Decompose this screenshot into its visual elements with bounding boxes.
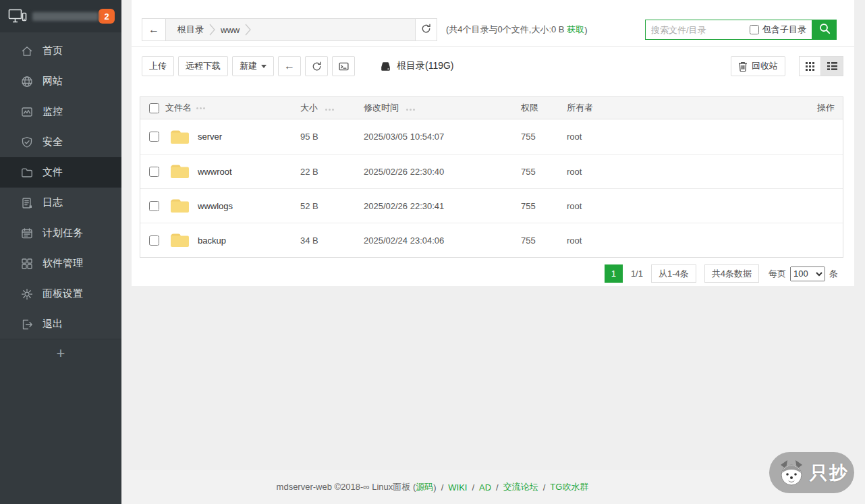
- husky-logo-icon: [777, 458, 806, 488]
- calendar-icon: [20, 227, 33, 240]
- terminal-button[interactable]: [332, 56, 355, 76]
- content-card: ← 根目录 www (共4个目录与0个文件,大: [132, 0, 854, 286]
- row-checkbox[interactable]: [149, 235, 159, 246]
- sidebar-item-logout[interactable]: 退出: [0, 309, 121, 339]
- include-subdir-checkbox[interactable]: [750, 25, 759, 34]
- file-permission: 755: [521, 235, 567, 246]
- footer-separator: /: [496, 482, 499, 493]
- column-options-icon[interactable]: [196, 107, 205, 109]
- breadcrumb-refresh-button[interactable]: [416, 18, 437, 41]
- sidebar-item-label: 监控: [43, 105, 63, 118]
- sidebar-menu: 首页 网站 监控 安全 文件: [0, 32, 121, 339]
- col-size[interactable]: 大小: [300, 103, 318, 113]
- file-table: 文件名 大小 修改时间 权限 所有者 操作: [140, 96, 843, 258]
- sidebar-item-software[interactable]: 软件管理: [0, 248, 121, 279]
- breadcrumb-www[interactable]: www: [218, 25, 242, 35]
- row-checkbox[interactable]: [149, 167, 159, 177]
- file-name[interactable]: server: [198, 132, 222, 142]
- sidebar-item-cron[interactable]: 计划任务: [0, 218, 121, 248]
- globe-icon: [20, 75, 33, 88]
- per-page-unit: 条: [829, 268, 838, 280]
- folder-icon: [169, 163, 191, 180]
- tg-group-link[interactable]: TG吹水群: [550, 481, 588, 493]
- per-page-control: 每页 100 条: [769, 267, 838, 281]
- grid-view-button[interactable]: [799, 56, 821, 76]
- shield-icon: [20, 136, 33, 148]
- include-subdir-option[interactable]: 包含子目录: [750, 24, 806, 36]
- notification-badge[interactable]: 2: [99, 9, 115, 24]
- file-name[interactable]: wwwroot: [198, 167, 232, 177]
- footer-close: ): [433, 482, 436, 493]
- select-all-checkbox[interactable]: [149, 103, 159, 113]
- log-icon: [20, 196, 33, 209]
- ad-link[interactable]: AD: [479, 482, 491, 493]
- fetch-size-link[interactable]: 获取: [567, 24, 584, 36]
- col-mtime[interactable]: 修改时间: [364, 103, 399, 113]
- col-filename[interactable]: 文件名: [165, 102, 192, 114]
- file-mtime: 2025/02/24 23:04:06: [364, 235, 521, 246]
- breadcrumb-back-button[interactable]: ←: [142, 18, 166, 41]
- new-dropdown-button[interactable]: 新建: [232, 56, 274, 76]
- sidebar-item-monitor[interactable]: 监控: [0, 96, 121, 127]
- disk-root-info[interactable]: 根目录(119G): [379, 60, 454, 72]
- logout-icon: [20, 318, 33, 331]
- chevron-right-icon: [245, 23, 251, 36]
- search-icon: [819, 23, 831, 36]
- file-size: 95 B: [300, 132, 364, 142]
- sidebar-item-label: 软件管理: [43, 257, 83, 270]
- summary-suffix: ): [584, 25, 587, 35]
- file-name[interactable]: backup: [198, 235, 226, 246]
- current-page-button[interactable]: 1: [605, 264, 623, 283]
- main-area: ← 根目录 www (共4个目录与0个文件,大: [121, 0, 865, 504]
- watermark-text: 只抄: [810, 461, 849, 485]
- list-view-button[interactable]: [821, 56, 843, 76]
- sidebar-header: 2: [0, 0, 121, 32]
- sidebar-item-settings[interactable]: 面板设置: [0, 279, 121, 309]
- column-options-icon[interactable]: [406, 109, 415, 111]
- sidebar-item-home[interactable]: 首页: [0, 36, 121, 66]
- table-row[interactable]: server 95 B 2025/03/05 10:54:07 755 root: [140, 119, 843, 154]
- sidebar-item-label: 面板设置: [43, 287, 83, 300]
- forum-link[interactable]: 交流论坛: [503, 481, 538, 493]
- sidebar-item-security[interactable]: 安全: [0, 127, 121, 157]
- refresh-icon: [421, 24, 431, 36]
- add-menu-button[interactable]: +: [0, 339, 121, 368]
- col-owner: 所有者: [567, 102, 796, 114]
- row-checkbox[interactable]: [149, 201, 159, 211]
- apps-icon: [20, 257, 33, 270]
- search-button[interactable]: [812, 20, 837, 40]
- breadcrumb: 根目录 www: [166, 18, 416, 41]
- table-row[interactable]: wwwroot 22 B 2025/02/26 22:30:40 755 roo…: [140, 154, 843, 188]
- new-dropdown-label: 新建: [240, 60, 257, 72]
- refresh-list-button[interactable]: [305, 56, 328, 76]
- table-row[interactable]: backup 34 B 2025/02/24 23:04:06 755 root: [140, 223, 843, 257]
- hard-disk-icon: [379, 61, 392, 72]
- upload-button[interactable]: 上传: [142, 56, 174, 76]
- go-back-button[interactable]: ←: [278, 56, 301, 76]
- source-link[interactable]: 源码: [416, 481, 433, 493]
- per-page-select[interactable]: 100: [790, 267, 825, 281]
- sidebar-item-website[interactable]: 网站: [0, 66, 121, 96]
- column-options-icon[interactable]: [325, 109, 334, 111]
- total-count: 共4条数据: [704, 264, 759, 283]
- page-indicator: 1/1: [631, 269, 643, 279]
- table-row[interactable]: wwwlogs 52 B 2025/02/26 22:30:41 755 roo…: [140, 188, 843, 223]
- row-checkbox[interactable]: [149, 132, 159, 142]
- sidebar-item-files[interactable]: 文件: [0, 157, 121, 188]
- page-range: 从1-4条: [651, 264, 696, 283]
- search-input[interactable]: [651, 25, 750, 35]
- file-name[interactable]: wwwlogs: [198, 201, 233, 211]
- folder-icon: [169, 128, 191, 146]
- monitor-chart-icon: [20, 105, 33, 118]
- server-address-masked: [32, 12, 99, 21]
- trash-icon: [738, 61, 748, 72]
- file-permission: 755: [521, 167, 567, 177]
- recycle-bin-button[interactable]: 回收站: [731, 56, 785, 76]
- breadcrumb-root[interactable]: 根目录: [175, 24, 206, 36]
- sidebar-item-logs[interactable]: 日志: [0, 188, 121, 218]
- search-bar: 包含子目录: [645, 20, 837, 40]
- folder-icon: [169, 197, 191, 215]
- wiki-link[interactable]: WIKI: [448, 482, 467, 493]
- remote-download-button[interactable]: 远程下载: [178, 56, 228, 76]
- file-owner: root: [567, 235, 796, 246]
